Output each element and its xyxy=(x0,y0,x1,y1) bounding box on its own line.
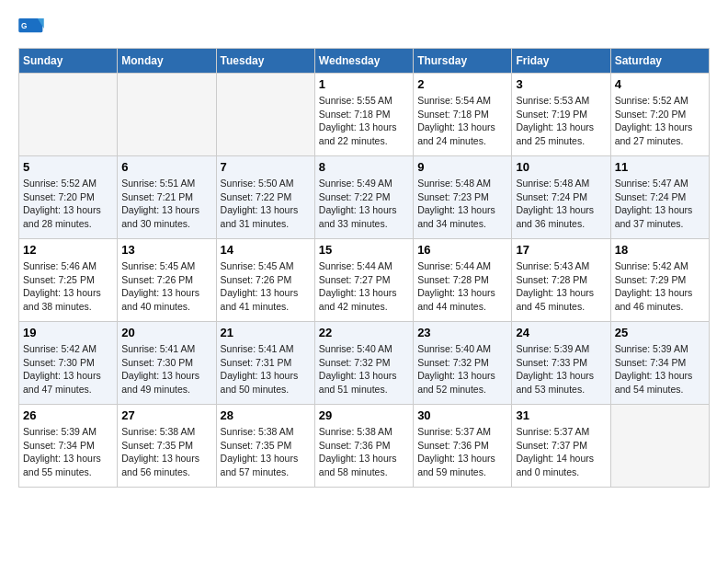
day-number: 13 xyxy=(121,243,211,257)
day-info: Sunrise: 5:38 AM Sunset: 7:35 PM Dayligh… xyxy=(121,425,211,479)
day-info: Sunrise: 5:41 AM Sunset: 7:31 PM Dayligh… xyxy=(221,342,311,396)
day-info: Sunrise: 5:38 AM Sunset: 7:35 PM Dayligh… xyxy=(221,425,311,479)
day-info: Sunrise: 5:55 AM Sunset: 7:18 PM Dayligh… xyxy=(319,94,409,148)
day-number: 19 xyxy=(23,326,113,339)
day-info: Sunrise: 5:53 AM Sunset: 7:19 PM Dayligh… xyxy=(516,94,606,148)
day-number: 6 xyxy=(121,160,211,174)
day-info: Sunrise: 5:48 AM Sunset: 7:23 PM Dayligh… xyxy=(417,177,507,231)
weekday-header: Monday xyxy=(118,49,216,74)
day-number: 31 xyxy=(516,408,606,422)
weekday-header: Sunday xyxy=(19,49,118,74)
logo: G xyxy=(18,18,46,39)
weekday-header: Tuesday xyxy=(216,49,314,74)
calendar-cell: 8Sunrise: 5:49 AM Sunset: 7:22 PM Daylig… xyxy=(314,156,413,239)
calendar-cell: 30Sunrise: 5:37 AM Sunset: 7:36 PM Dayli… xyxy=(414,405,512,488)
weekday-header: Wednesday xyxy=(314,49,413,74)
calendar-cell: 22Sunrise: 5:40 AM Sunset: 7:32 PM Dayli… xyxy=(314,322,413,405)
day-info: Sunrise: 5:52 AM Sunset: 7:20 PM Dayligh… xyxy=(23,177,113,231)
day-info: Sunrise: 5:47 AM Sunset: 7:24 PM Dayligh… xyxy=(615,177,705,231)
day-info: Sunrise: 5:43 AM Sunset: 7:28 PM Dayligh… xyxy=(516,259,606,314)
logo-icon: G xyxy=(18,18,44,39)
day-number: 21 xyxy=(221,326,311,339)
day-info: Sunrise: 5:44 AM Sunset: 7:28 PM Dayligh… xyxy=(417,259,507,314)
calendar-cell: 14Sunrise: 5:45 AM Sunset: 7:26 PM Dayli… xyxy=(216,239,314,322)
calendar-cell: 15Sunrise: 5:44 AM Sunset: 7:27 PM Dayli… xyxy=(314,239,413,322)
day-info: Sunrise: 5:48 AM Sunset: 7:24 PM Dayligh… xyxy=(516,177,606,231)
day-info: Sunrise: 5:42 AM Sunset: 7:30 PM Dayligh… xyxy=(23,342,113,396)
calendar-cell xyxy=(610,405,709,488)
day-number: 27 xyxy=(121,408,211,422)
day-number: 20 xyxy=(121,326,211,339)
calendar-cell: 19Sunrise: 5:42 AM Sunset: 7:30 PM Dayli… xyxy=(19,322,118,405)
calendar-cell: 9Sunrise: 5:48 AM Sunset: 7:23 PM Daylig… xyxy=(414,156,512,239)
calendar-cell: 28Sunrise: 5:38 AM Sunset: 7:35 PM Dayli… xyxy=(216,405,314,488)
day-info: Sunrise: 5:52 AM Sunset: 7:20 PM Dayligh… xyxy=(615,94,705,148)
day-info: Sunrise: 5:54 AM Sunset: 7:18 PM Dayligh… xyxy=(417,94,507,148)
calendar-cell: 24Sunrise: 5:39 AM Sunset: 7:33 PM Dayli… xyxy=(512,322,610,405)
day-number: 17 xyxy=(516,243,606,257)
day-number: 5 xyxy=(23,160,113,174)
day-number: 26 xyxy=(23,408,113,422)
day-number: 11 xyxy=(615,160,705,174)
day-info: Sunrise: 5:41 AM Sunset: 7:30 PM Dayligh… xyxy=(121,342,211,396)
calendar-cell: 12Sunrise: 5:46 AM Sunset: 7:25 PM Dayli… xyxy=(19,239,118,322)
day-number: 9 xyxy=(417,160,507,174)
calendar-cell xyxy=(216,74,314,156)
day-info: Sunrise: 5:39 AM Sunset: 7:33 PM Dayligh… xyxy=(516,342,606,396)
day-info: Sunrise: 5:38 AM Sunset: 7:36 PM Dayligh… xyxy=(319,425,409,479)
calendar-header-row: SundayMondayTuesdayWednesdayThursdayFrid… xyxy=(19,49,710,74)
weekday-header: Thursday xyxy=(414,49,512,74)
day-info: Sunrise: 5:37 AM Sunset: 7:37 PM Dayligh… xyxy=(516,425,606,479)
calendar-cell: 17Sunrise: 5:43 AM Sunset: 7:28 PM Dayli… xyxy=(512,239,610,322)
day-number: 22 xyxy=(319,326,409,339)
calendar-cell: 29Sunrise: 5:38 AM Sunset: 7:36 PM Dayli… xyxy=(314,405,413,488)
day-number: 30 xyxy=(417,408,507,422)
calendar-cell: 1Sunrise: 5:55 AM Sunset: 7:18 PM Daylig… xyxy=(314,74,413,156)
day-info: Sunrise: 5:49 AM Sunset: 7:22 PM Dayligh… xyxy=(319,177,409,231)
day-number: 29 xyxy=(319,408,409,422)
calendar-cell: 7Sunrise: 5:50 AM Sunset: 7:22 PM Daylig… xyxy=(216,156,314,239)
calendar-cell: 6Sunrise: 5:51 AM Sunset: 7:21 PM Daylig… xyxy=(118,156,216,239)
calendar-cell: 4Sunrise: 5:52 AM Sunset: 7:20 PM Daylig… xyxy=(610,74,709,156)
calendar-week-row: 1Sunrise: 5:55 AM Sunset: 7:18 PM Daylig… xyxy=(19,74,710,156)
calendar-body: 1Sunrise: 5:55 AM Sunset: 7:18 PM Daylig… xyxy=(19,74,710,488)
day-number: 28 xyxy=(221,408,311,422)
day-number: 16 xyxy=(417,243,507,257)
calendar-cell: 13Sunrise: 5:45 AM Sunset: 7:26 PM Dayli… xyxy=(118,239,216,322)
calendar-cell: 3Sunrise: 5:53 AM Sunset: 7:19 PM Daylig… xyxy=(512,74,610,156)
calendar-cell: 21Sunrise: 5:41 AM Sunset: 7:31 PM Dayli… xyxy=(216,322,314,405)
calendar-cell: 11Sunrise: 5:47 AM Sunset: 7:24 PM Dayli… xyxy=(610,156,709,239)
calendar-week-row: 19Sunrise: 5:42 AM Sunset: 7:30 PM Dayli… xyxy=(19,322,710,405)
calendar-cell: 16Sunrise: 5:44 AM Sunset: 7:28 PM Dayli… xyxy=(414,239,512,322)
day-number: 8 xyxy=(319,160,409,174)
day-number: 3 xyxy=(516,77,606,91)
calendar-cell: 5Sunrise: 5:52 AM Sunset: 7:20 PM Daylig… xyxy=(19,156,118,239)
calendar-cell: 2Sunrise: 5:54 AM Sunset: 7:18 PM Daylig… xyxy=(414,74,512,156)
day-info: Sunrise: 5:45 AM Sunset: 7:26 PM Dayligh… xyxy=(121,259,211,314)
day-info: Sunrise: 5:45 AM Sunset: 7:26 PM Dayligh… xyxy=(221,259,311,314)
calendar-cell: 23Sunrise: 5:40 AM Sunset: 7:32 PM Dayli… xyxy=(414,322,512,405)
day-info: Sunrise: 5:37 AM Sunset: 7:36 PM Dayligh… xyxy=(417,425,507,479)
day-info: Sunrise: 5:51 AM Sunset: 7:21 PM Dayligh… xyxy=(121,177,211,231)
calendar-cell: 27Sunrise: 5:38 AM Sunset: 7:35 PM Dayli… xyxy=(118,405,216,488)
day-number: 25 xyxy=(615,326,705,339)
calendar-week-row: 26Sunrise: 5:39 AM Sunset: 7:34 PM Dayli… xyxy=(19,405,710,488)
day-info: Sunrise: 5:40 AM Sunset: 7:32 PM Dayligh… xyxy=(319,342,409,396)
calendar-cell: 18Sunrise: 5:42 AM Sunset: 7:29 PM Dayli… xyxy=(610,239,709,322)
calendar-cell: 25Sunrise: 5:39 AM Sunset: 7:34 PM Dayli… xyxy=(610,322,709,405)
calendar-cell: 20Sunrise: 5:41 AM Sunset: 7:30 PM Dayli… xyxy=(118,322,216,405)
day-number: 14 xyxy=(221,243,311,257)
weekday-header: Friday xyxy=(512,49,610,74)
calendar-cell xyxy=(118,74,216,156)
day-number: 18 xyxy=(615,243,705,257)
svg-text:G: G xyxy=(21,22,27,30)
day-number: 7 xyxy=(221,160,311,174)
day-info: Sunrise: 5:44 AM Sunset: 7:27 PM Dayligh… xyxy=(319,259,409,314)
calendar-week-row: 5Sunrise: 5:52 AM Sunset: 7:20 PM Daylig… xyxy=(19,156,710,239)
calendar-table: SundayMondayTuesdayWednesdayThursdayFrid… xyxy=(18,48,710,488)
day-number: 1 xyxy=(319,77,409,91)
day-number: 23 xyxy=(417,326,507,339)
calendar-cell: 31Sunrise: 5:37 AM Sunset: 7:37 PM Dayli… xyxy=(512,405,610,488)
day-number: 2 xyxy=(417,77,507,91)
calendar-cell: 26Sunrise: 5:39 AM Sunset: 7:34 PM Dayli… xyxy=(19,405,118,488)
